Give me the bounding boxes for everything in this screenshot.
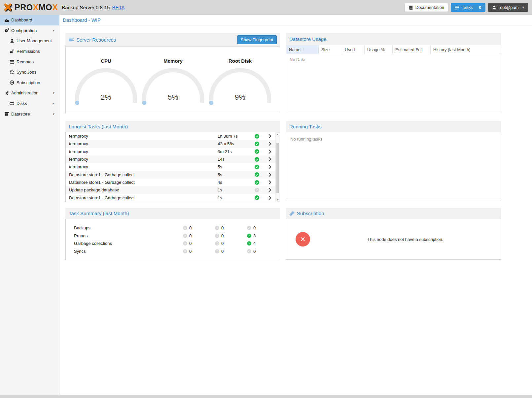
gauge-value-label: 2% xyxy=(75,93,137,102)
chevron-right-icon[interactable] xyxy=(264,165,276,169)
error-circle-icon: ✕ xyxy=(183,241,187,246)
ticket-icon xyxy=(289,211,295,216)
chevron-right-icon[interactable] xyxy=(264,149,276,154)
sidebar-label: Permissions xyxy=(17,49,40,54)
user-menu-button[interactable]: root@pam ▾ xyxy=(488,3,528,12)
sidebar-item-remotes[interactable]: Remotes xyxy=(0,56,59,67)
sidebar-item-datastore[interactable]: Datastore ▾ xyxy=(0,109,59,119)
life-ring-icon xyxy=(9,80,15,85)
collapse-arrow-icon[interactable]: ▾ xyxy=(53,28,54,33)
chevron-right-icon[interactable] xyxy=(264,180,276,184)
content-title-bar: Dashboard - WIP xyxy=(59,15,532,25)
beta-link[interactable]: BETA xyxy=(112,5,124,10)
task-name: termproxy xyxy=(66,141,218,146)
book-icon xyxy=(408,5,413,10)
scroll-up-icon[interactable]: ▲ xyxy=(276,133,280,135)
no-running-tasks-text: No running tasks xyxy=(286,132,501,146)
documentation-button[interactable]: Documentation xyxy=(405,3,448,12)
summary-label: Garbage collections xyxy=(74,241,183,246)
subscription-panel: Subscription ✕ This node does not have a… xyxy=(286,208,501,260)
sidebar-item-disks[interactable]: Disks ▸ xyxy=(0,98,59,109)
chevron-right-icon[interactable] xyxy=(264,134,276,138)
sync-refresh-icon xyxy=(9,70,15,75)
ok-count[interactable]: ✓0 xyxy=(247,249,280,254)
scroll-down-icon[interactable]: ▼ xyxy=(276,199,280,201)
sidebar-item-user-management[interactable]: User Management xyxy=(0,36,59,46)
error-count[interactable]: ✕0 xyxy=(183,249,215,254)
warning-count[interactable]: !0 xyxy=(215,225,247,230)
task-row[interactable]: termproxy 1h 38m 7s ? xyxy=(66,132,275,140)
gauges-body: CPU 2% Memory 5% Root Disk xyxy=(65,47,280,113)
chevron-right-icon[interactable] xyxy=(264,157,276,161)
expand-arrow-icon[interactable]: ▸ xyxy=(53,101,54,106)
sidebar-label: Configuration xyxy=(11,28,37,33)
task-row[interactable]: Datastore store1 - Garbage collect 5s ? xyxy=(66,171,275,179)
task-status-icon: ? xyxy=(255,142,259,146)
memory-gauge: Memory 5% xyxy=(142,47,204,113)
warning-count[interactable]: !0 xyxy=(215,233,247,238)
chevron-right-icon[interactable] xyxy=(264,188,276,192)
chevron-right-icon[interactable] xyxy=(264,196,276,200)
column-header-history[interactable]: History (last Month) xyxy=(431,45,501,54)
subscription-message: This node does not have a subscription. xyxy=(310,237,501,242)
tasks-button[interactable]: Tasks 0 xyxy=(451,3,485,12)
column-header-name[interactable]: Name ↑ xyxy=(286,45,319,54)
sidebar-item-permissions[interactable]: Permissions xyxy=(0,46,59,57)
root-disk-gauge: Root Disk 9% xyxy=(209,47,271,113)
warning-circle-icon: ! xyxy=(215,249,219,253)
error-circle-icon: ✕ xyxy=(183,234,187,238)
gauge-value-label: 5% xyxy=(142,93,204,102)
gears-icon xyxy=(4,28,9,33)
server-list-icon xyxy=(9,59,15,64)
task-row[interactable]: Update package database 1s ? xyxy=(66,186,275,194)
sidebar-item-sync-jobs[interactable]: Sync Jobs xyxy=(0,67,59,78)
error-count[interactable]: ✕0 xyxy=(183,233,215,238)
error-count[interactable]: ✕0 xyxy=(183,225,215,230)
chevron-right-icon[interactable] xyxy=(264,173,276,177)
column-header-usage-pct[interactable]: Usage % xyxy=(365,45,393,54)
warning-count[interactable]: !0 xyxy=(215,241,247,246)
scrollbar[interactable]: ▲ ▼ xyxy=(275,132,280,202)
sidebar-label: Remotes xyxy=(17,59,34,64)
gauge-title: Memory xyxy=(142,58,204,65)
warning-count[interactable]: !0 xyxy=(215,249,247,254)
task-status-icon: ? xyxy=(255,165,259,169)
ok-count[interactable]: ✓4 xyxy=(247,241,280,246)
panel-title: Server Resources xyxy=(76,37,116,43)
collapse-arrow-icon[interactable]: ▾ xyxy=(53,91,54,95)
sidebar-label: User Management xyxy=(17,38,52,43)
sidebar-item-dashboard[interactable]: Dashboard xyxy=(0,15,59,25)
task-row[interactable]: termproxy 42m 58s ? xyxy=(66,140,275,148)
summary-row-backups: Backups ✕0 !0 ✓0 xyxy=(66,224,280,232)
sidebar-item-subscription[interactable]: Subscription xyxy=(0,78,59,88)
collapse-arrow-icon[interactable]: ▾ xyxy=(53,112,54,116)
user-label: root@pam xyxy=(499,5,519,10)
top-bar: PROXMOX Backup Server 0.8-15 BETA Docume… xyxy=(0,0,532,15)
column-header-used[interactable]: Used xyxy=(342,45,365,54)
chevron-right-icon[interactable] xyxy=(264,142,276,146)
longest-tasks-list: termproxy 1h 38m 7s ? termproxy 42m 58s … xyxy=(66,132,275,202)
task-row[interactable]: termproxy 3m 21s ? xyxy=(66,148,275,155)
task-row[interactable]: termproxy 5s ? xyxy=(66,163,275,171)
bottom-status-strip xyxy=(0,395,532,398)
sidebar-item-configuration[interactable]: Configuration ▾ xyxy=(0,25,59,36)
ok-count[interactable]: ✓0 xyxy=(247,225,280,230)
product-name: Backup Server 0.8-15 xyxy=(62,5,110,10)
task-list-icon xyxy=(455,5,459,10)
error-circle-icon: ✕ xyxy=(183,249,187,253)
task-row[interactable]: Datastore store1 - Garbage collect 1s ? xyxy=(66,194,275,202)
ok-count[interactable]: ✓3 xyxy=(247,233,280,238)
scrollbar-thumb[interactable] xyxy=(276,143,279,193)
task-row[interactable]: termproxy 14s ? xyxy=(66,155,275,163)
ok-circle-icon: ✓ xyxy=(247,226,251,230)
gauge-title: CPU xyxy=(75,58,137,65)
sidebar-label: Disks xyxy=(17,101,27,106)
column-header-estimated-full[interactable]: Estimated Full xyxy=(393,45,431,54)
error-count[interactable]: ✕0 xyxy=(183,241,215,246)
show-fingerprint-button[interactable]: Show Fingerprint xyxy=(237,35,277,44)
task-row[interactable]: Datastore store1 - Garbage collect 4s ? xyxy=(66,179,275,186)
sidebar-label: Subscription xyxy=(17,80,40,85)
column-header-size[interactable]: Size xyxy=(319,45,342,54)
sidebar-item-administration[interactable]: Administration ▾ xyxy=(0,88,59,98)
task-status-icon: ? xyxy=(255,188,259,192)
